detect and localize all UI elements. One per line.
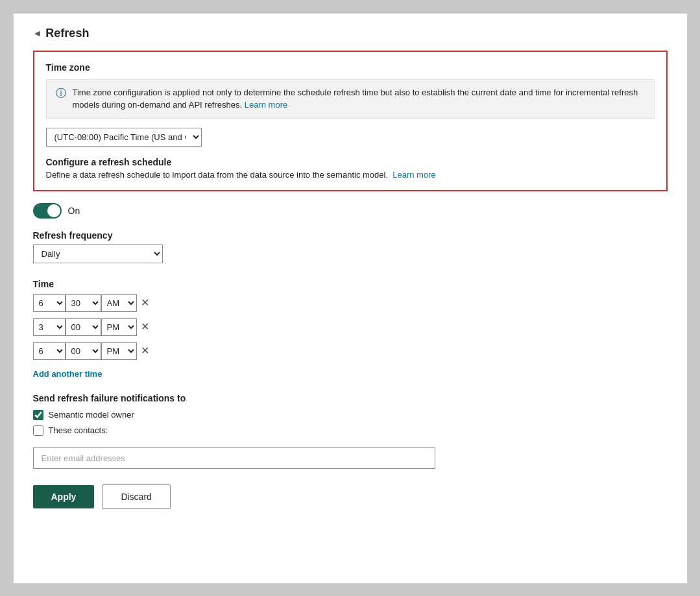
- time-ampm-2[interactable]: PMAM: [101, 318, 137, 336]
- add-time-link[interactable]: Add another time: [33, 369, 103, 379]
- info-icon: ⓘ: [56, 87, 66, 101]
- info-text: Time zone configuration is applied not o…: [73, 86, 645, 112]
- remove-time-3[interactable]: ✕: [137, 346, 153, 356]
- info-box: ⓘ Time zone configuration is applied not…: [46, 79, 655, 119]
- timezone-select[interactable]: (UTC-08:00) Pacific Time (US and Can (UT…: [46, 128, 202, 147]
- timezone-section: Time zone ⓘ Time zone configuration is a…: [33, 51, 668, 191]
- configure-desc: Define a data refresh schedule to import…: [46, 170, 655, 180]
- time-hour-1[interactable]: 612345789101112: [33, 294, 66, 312]
- time-minute-2[interactable]: 00153045: [66, 318, 101, 336]
- page-title: Refresh: [45, 27, 89, 40]
- time-section: Time 612345789101112 30001545 AMPM ✕ 312…: [33, 279, 668, 360]
- refresh-frequency-label: Refresh frequency: [33, 230, 668, 241]
- refresh-frequency-section: Refresh frequency Daily Weekly: [33, 230, 668, 274]
- toggle-label: On: [68, 206, 80, 216]
- time-minute-1[interactable]: 30001545: [66, 294, 101, 312]
- toggle-switch[interactable]: [33, 203, 62, 219]
- time-hour-2[interactable]: 312456789101112: [33, 318, 66, 336]
- configure-learn-more-link[interactable]: Learn more: [392, 170, 435, 180]
- time-row-3: 612345789101112 00153045 PMAM ✕: [33, 342, 668, 360]
- email-input[interactable]: [33, 447, 435, 469]
- time-ampm-3[interactable]: PMAM: [101, 342, 137, 360]
- toggle-row: On: [33, 203, 668, 219]
- refresh-frequency-select[interactable]: Daily Weekly: [33, 244, 163, 263]
- collapse-icon[interactable]: ◄: [33, 28, 42, 38]
- button-row: Apply Discard: [33, 484, 668, 509]
- discard-button[interactable]: Discard: [102, 484, 170, 509]
- timezone-label: Time zone: [46, 62, 655, 73]
- time-row-1: 612345789101112 30001545 AMPM ✕: [33, 294, 668, 312]
- time-ampm-1[interactable]: AMPM: [101, 294, 137, 312]
- toggle-knob: [47, 204, 60, 217]
- remove-time-1[interactable]: ✕: [137, 298, 153, 308]
- time-minute-3[interactable]: 00153045: [66, 342, 101, 360]
- page-title-row: ◄ Refresh: [33, 27, 668, 40]
- notifications-label: Send refresh failure notifications to: [33, 393, 668, 403]
- checkbox-these-contacts-input[interactable]: [33, 425, 43, 436]
- checkbox-these-contacts: These contacts:: [33, 425, 668, 436]
- time-hour-3[interactable]: 612345789101112: [33, 342, 66, 360]
- notifications-section: Send refresh failure notifications to Se…: [33, 393, 668, 484]
- apply-button[interactable]: Apply: [33, 485, 95, 508]
- configure-label: Configure a refresh schedule: [46, 157, 655, 167]
- refresh-panel: ◄ Refresh Time zone ⓘ Time zone configur…: [13, 13, 688, 584]
- time-label: Time: [33, 279, 668, 289]
- timezone-learn-more-link[interactable]: Learn more: [245, 100, 287, 110]
- remove-time-2[interactable]: ✕: [137, 322, 153, 332]
- checkbox-semantic-owner: Semantic model owner: [33, 410, 668, 420]
- checkbox-these-contacts-label[interactable]: These contacts:: [49, 425, 108, 435]
- checkbox-semantic-owner-input[interactable]: [33, 410, 43, 420]
- time-row-2: 312456789101112 00153045 PMAM ✕: [33, 318, 668, 336]
- checkbox-semantic-owner-label[interactable]: Semantic model owner: [49, 410, 134, 420]
